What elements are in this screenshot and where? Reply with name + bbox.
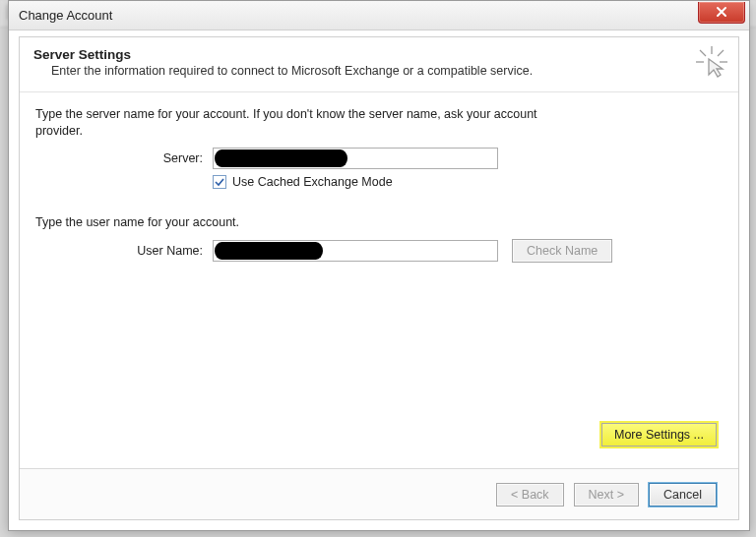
more-settings-button[interactable]: More Settings ... [601,423,717,447]
svg-line-3 [700,50,706,56]
cached-mode-label: Use Cached Exchange Mode [232,175,393,189]
user-name-input[interactable] [213,240,498,262]
close-icon [716,6,727,18]
check-name-button[interactable]: Check Name [512,239,612,263]
user-row: User Name: Check Name [35,239,723,263]
server-intro-text: Type the server name for your account. I… [35,106,567,140]
cursor-decoration-icon [695,45,728,83]
cached-mode-checkbox[interactable] [213,175,226,189]
cached-mode-row: Use Cached Exchange Mode [213,175,723,189]
user-intro-text: Type the user name for your account. [35,214,567,231]
content-area: Type the server name for your account. I… [20,92,738,263]
dialog-window: Change Account Server Settings Enter the… [8,0,750,531]
close-button[interactable] [698,2,745,24]
check-icon [215,177,224,187]
user-name-label: User Name: [35,244,213,258]
redaction-bar [215,149,347,167]
dialog-body: Server Settings Enter the information re… [19,36,739,520]
header-subtitle: Enter the information required to connec… [51,64,724,78]
svg-line-4 [718,50,724,56]
redaction-bar [215,242,323,260]
server-input[interactable] [213,148,498,169]
window-title: Change Account [19,8,112,23]
header-title: Server Settings [33,47,724,62]
server-row: Server: [35,148,723,169]
dialog-header: Server Settings Enter the information re… [20,37,738,92]
back-button[interactable]: < Back [496,483,564,507]
server-label: Server: [35,151,213,165]
cancel-button[interactable]: Cancel [649,483,717,507]
dialog-footer: < Back Next > Cancel [20,468,738,519]
next-button[interactable]: Next > [574,483,639,507]
titlebar: Change Account [9,1,749,30]
